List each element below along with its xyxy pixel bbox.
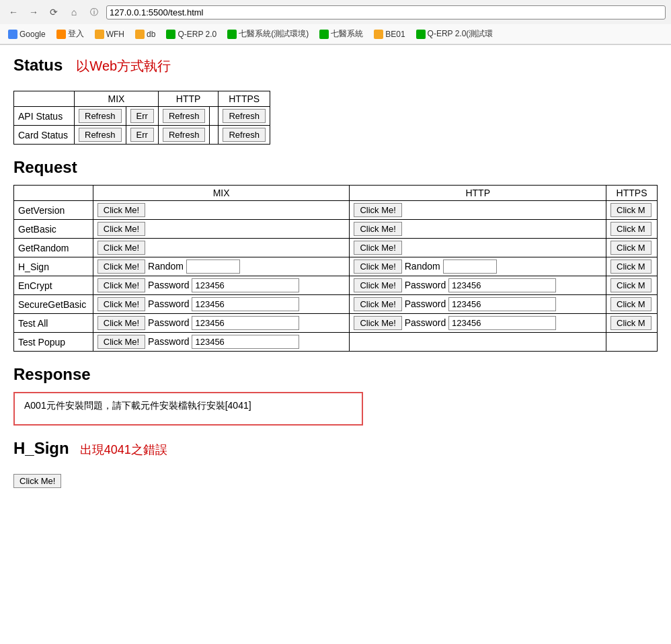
testpopup-mix-btn[interactable]: Click Me! [97,335,145,349]
securegetbasic-mix-btn[interactable]: Click Me! [97,297,145,311]
getbasic-mix-btn[interactable]: Click Me! [97,222,145,236]
bookmark-7med-icon [319,30,329,39]
testpopup-mix-field-label: Password [148,336,189,347]
testpopup-http-cell [350,333,606,352]
hsign-http-field-input[interactable] [443,259,497,274]
securegetbasic-http-cell: Click Me! Password [350,295,606,314]
address-bar[interactable] [106,5,666,19]
getversion-http-btn[interactable]: Click Me! [354,203,401,217]
browser-chrome: ← → ⟳ ⌂ ⓘ Google 登入 WFH db Q-ERP 2.0 七醫系 [0,0,671,45]
bookmark-login-icon [56,30,66,39]
hsign-http-cell: Click Me! Random [350,257,606,276]
testpopup-mix-field-input[interactable] [192,335,299,349]
api-status-https-refresh-btn[interactable]: Refresh [223,109,266,123]
bookmark-login[interactable]: 登入 [54,27,87,41]
getrandom-mix-btn[interactable]: Click Me! [97,241,145,255]
encrypt-http-field-input[interactable] [448,278,556,292]
response-content: A001元件安裝問題，請下載元件安裝檔執行安裝[4041] [24,400,251,411]
forward-button[interactable]: → [26,4,42,20]
getrandom-http-btn[interactable]: Click Me! [354,241,401,255]
testall-https-btn[interactable]: Click M [610,316,652,330]
bookmark-be01[interactable]: BE01 [371,28,407,40]
getbasic-http-cell: Click Me! [350,220,606,239]
refresh-button[interactable]: ⟳ [46,4,62,20]
testall-mix-btn[interactable]: Click Me! [97,316,145,330]
bookmark-qerp2-test-icon [416,30,426,39]
getversion-https-btn[interactable]: Click M [610,203,652,217]
testall-http-btn[interactable]: Click Me! [354,316,401,330]
getbasic-http-btn[interactable]: Click Me! [354,222,401,236]
testall-http-cell: Click Me! Password [350,314,606,333]
card-status-mix-err-btn[interactable]: Err [130,128,154,142]
request-title: Request [13,158,658,177]
home-button[interactable]: ⌂ [66,4,82,20]
table-row: GetRandom Click Me! Click Me! Click M [14,239,658,257]
response-box: A001元件安裝問題，請下載元件安裝檔執行安裝[4041] [13,392,363,426]
hsign-mix-btn[interactable]: Click Me! [97,259,145,274]
bookmark-login-label: 登入 [68,28,84,40]
encrypt-http-btn[interactable]: Click Me! [354,278,401,292]
api-status-mix-refresh-btn[interactable]: Refresh [79,109,122,123]
api-status-http-refresh-btn[interactable]: Refresh [163,109,206,123]
securegetbasic-https-btn[interactable]: Click M [610,297,652,311]
securegetbasic-http-btn[interactable]: Click Me! [354,297,401,311]
status-subtitle: 以Web方式執行 [76,57,171,75]
bookmark-qerp2[interactable]: Q-ERP 2.0 [163,28,219,40]
hsign-http-btn[interactable]: Click Me! [354,259,401,274]
bookmark-wfh-label: WFH [106,30,124,39]
getrandom-https-btn[interactable]: Click M [610,241,652,255]
hsign-header-row: H_Sign 出現4041之錯誤 [13,439,658,466]
securegetbasic-http-field-label: Password [405,298,446,309]
bookmark-7med-test-icon [227,30,237,39]
card-status-https-refresh-btn[interactable]: Refresh [223,128,266,142]
bookmark-qerp2-test-label: Q-ERP 2.0(測試環 [428,28,494,40]
bookmark-google-icon [8,30,17,39]
bookmark-google[interactable]: Google [5,28,48,40]
bookmark-qerp2-icon [166,30,175,39]
card-status-label: Card Status [14,126,75,145]
bookmark-qerp2-test[interactable]: Q-ERP 2.0(測試環 [413,27,496,41]
encrypt-mix-btn[interactable]: Click Me! [97,278,145,292]
hsign-error-subtitle: 出現4041之錯誤 [80,442,167,458]
hsign-mix-field-input[interactable] [186,259,240,274]
card-status-mix-refresh-cell: Refresh [75,126,126,145]
testall-http-field-input[interactable] [448,316,556,330]
table-row: SecureGetBasic Click Me! Password Click … [14,295,658,314]
hsign-https-btn[interactable]: Click M [610,259,652,274]
page-content: Status 以Web方式執行 MIX HTTP HTTPS API Statu… [0,45,671,499]
encrypt-https-cell: Click M [606,276,658,295]
testpopup-label: Test Popup [14,333,93,352]
api-status-mix-err-btn[interactable]: Err [130,109,154,123]
getversion-http-cell: Click Me! [350,201,606,220]
card-status-http-refresh-btn[interactable]: Refresh [163,128,206,142]
bookmark-7med[interactable]: 七醫系統 [317,27,366,41]
back-button[interactable]: ← [5,4,22,20]
getversion-mix-btn[interactable]: Click Me! [97,203,145,217]
hsign-mix-field-label: Random [148,261,184,272]
bookmark-db[interactable]: db [132,28,158,40]
bookmark-be01-icon [374,30,383,39]
req-col-https: HTTPS [606,186,658,201]
lock-icon: ⓘ [86,4,102,20]
testall-mix-field-input[interactable] [192,316,299,330]
table-row: Test Popup Click Me! Password [14,333,658,352]
bookmark-db-icon [135,30,145,39]
securegetbasic-http-field-input[interactable] [448,297,556,311]
getbasic-https-btn[interactable]: Click M [610,222,652,236]
getrandom-mix-cell: Click Me! [93,239,350,257]
encrypt-https-btn[interactable]: Click M [610,278,652,292]
bookmark-qerp2-label: Q-ERP 2.0 [177,30,216,39]
bookmark-7med-test[interactable]: 七醫系統(測試環境) [225,27,311,41]
hsign-label: H_Sign [14,257,93,276]
hsign-click-btn[interactable]: Click Me! [13,474,61,488]
status-header-row: Status 以Web方式執行 [13,56,658,83]
status-table: MIX HTTP HTTPS API Status Refresh Err Re… [13,91,270,145]
status-col-mix: MIX [75,91,159,107]
card-status-mix-refresh-btn[interactable]: Refresh [79,128,122,142]
encrypt-mix-field-input[interactable] [192,278,299,292]
table-row: H_Sign Click Me! Random Click Me! Random… [14,257,658,276]
table-row: API Status Refresh Err Refresh Refresh [14,107,270,126]
getversion-label: GetVersion [14,201,93,220]
securegetbasic-mix-field-input[interactable] [192,297,299,311]
bookmark-wfh[interactable]: WFH [92,28,127,40]
